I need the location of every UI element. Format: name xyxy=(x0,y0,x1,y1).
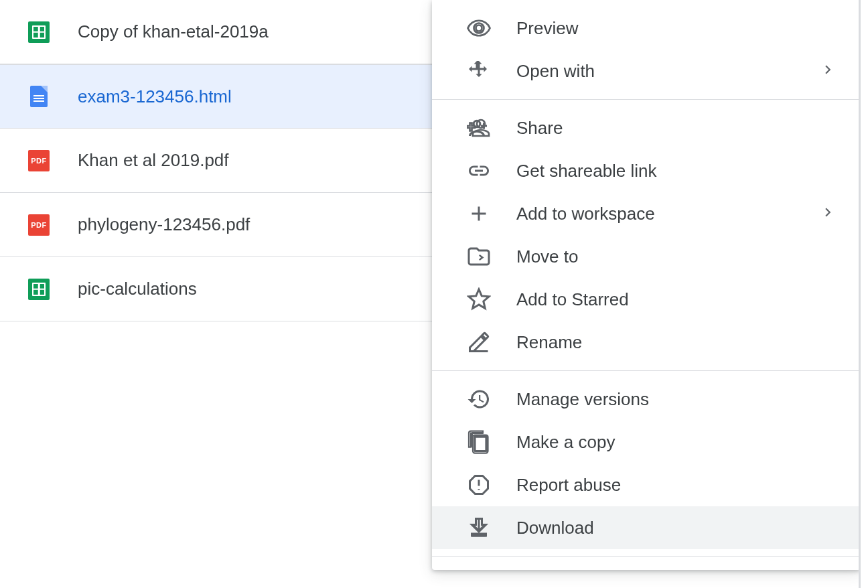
file-name: Khan et al 2019.pdf xyxy=(78,150,229,171)
menu-label: Manage versions xyxy=(516,389,649,410)
menu-get-link[interactable]: Get shareable link xyxy=(432,149,861,192)
menu-rename[interactable]: Rename xyxy=(432,321,861,364)
pencil-icon xyxy=(465,329,492,356)
menu-label: Add to Starred xyxy=(516,289,629,310)
svg-rect-1 xyxy=(475,436,487,451)
link-icon xyxy=(465,157,492,184)
menu-share[interactable]: Share xyxy=(432,106,861,149)
sheets-icon xyxy=(28,21,50,43)
menu-label: Share xyxy=(516,118,563,139)
history-icon xyxy=(465,386,492,413)
plus-icon xyxy=(465,200,492,227)
copy-icon xyxy=(465,429,492,455)
pdf-icon: PDF xyxy=(28,150,50,171)
file-name: pic-calculations xyxy=(78,279,197,299)
docs-icon xyxy=(28,86,50,107)
menu-manage-versions[interactable]: Manage versions xyxy=(432,378,861,421)
menu-add-starred[interactable]: Add to Starred xyxy=(432,278,861,321)
menu-label: Preview xyxy=(516,18,578,39)
file-name: Copy of khan-etal-2019a xyxy=(78,21,269,42)
menu-preview[interactable]: Preview xyxy=(432,7,861,50)
menu-separator xyxy=(432,99,861,100)
menu-move-to[interactable]: Move to xyxy=(432,235,861,278)
menu-separator xyxy=(432,556,861,557)
menu-label: Report abuse xyxy=(516,475,621,496)
file-name: exam3-123456.html xyxy=(78,86,232,107)
menu-label: Add to workspace xyxy=(516,204,655,224)
move-icon xyxy=(465,58,492,84)
chevron-right-icon xyxy=(819,61,837,81)
menu-download[interactable]: Download xyxy=(432,506,861,549)
sheets-icon xyxy=(28,279,50,300)
chevron-right-icon xyxy=(819,204,837,224)
report-icon xyxy=(465,471,492,498)
file-name: phylogeny-123456.pdf xyxy=(78,214,250,235)
eye-icon xyxy=(465,15,492,42)
menu-label: Make a copy xyxy=(516,432,615,453)
menu-label: Download xyxy=(516,518,594,538)
menu-label: Open with xyxy=(516,61,595,82)
menu-report-abuse[interactable]: Report abuse xyxy=(432,463,861,506)
menu-label: Get shareable link xyxy=(516,161,657,181)
menu-separator xyxy=(432,370,861,371)
pdf-icon: PDF xyxy=(28,214,50,236)
star-icon xyxy=(465,286,492,313)
right-edge-divider xyxy=(859,0,868,588)
menu-label: Move to xyxy=(516,246,579,267)
menu-add-workspace[interactable]: Add to workspace xyxy=(432,192,861,235)
menu-label: Rename xyxy=(516,332,582,353)
menu-open-with[interactable]: Open with xyxy=(432,50,861,92)
folder-move-icon xyxy=(465,243,492,270)
context-menu: Preview Open with Share Get shareable li… xyxy=(432,0,861,570)
download-icon xyxy=(465,514,492,541)
menu-make-copy[interactable]: Make a copy xyxy=(432,421,861,463)
person-add-icon xyxy=(465,115,492,141)
